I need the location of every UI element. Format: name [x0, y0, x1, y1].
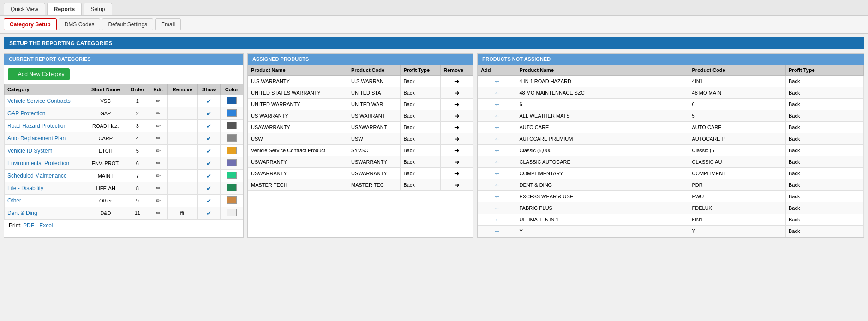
show-cell[interactable] — [198, 95, 221, 107]
tab-quick-view[interactable]: Quick View — [4, 3, 45, 15]
arrow-right-icon[interactable] — [454, 136, 460, 143]
category-link[interactable]: Auto Replacement Plan — [7, 135, 66, 142]
add-arrow-cell[interactable] — [478, 99, 516, 110]
edit-cell[interactable] — [149, 132, 168, 145]
show-cell[interactable] — [198, 107, 221, 120]
pencil-icon[interactable] — [156, 148, 161, 154]
add-arrow-cell[interactable] — [478, 133, 516, 145]
color-cell[interactable] — [221, 132, 243, 145]
remove-arrow-cell[interactable] — [441, 156, 473, 168]
remove-arrow-cell[interactable] — [441, 179, 473, 191]
show-cell[interactable] — [198, 145, 221, 157]
add-arrow-cell[interactable] — [478, 76, 516, 87]
arrow-right-icon[interactable] — [454, 159, 460, 166]
show-cell[interactable] — [198, 132, 221, 145]
show-cell[interactable] — [198, 207, 221, 220]
color-cell[interactable] — [221, 120, 243, 132]
category-link[interactable]: GAP Protection — [7, 110, 46, 117]
category-link[interactable]: Vehicle Service Contracts — [7, 98, 71, 104]
color-swatch[interactable] — [227, 159, 237, 166]
arrow-left-icon[interactable] — [494, 78, 500, 85]
subtab-dms-codes[interactable]: DMS Codes — [59, 18, 101, 30]
arrow-right-icon[interactable] — [454, 101, 460, 108]
remove-cell[interactable] — [168, 207, 198, 220]
pdf-link[interactable]: PDF — [23, 222, 34, 229]
category-link[interactable]: Environmental Protection — [7, 160, 69, 166]
arrow-right-icon[interactable] — [454, 182, 460, 189]
edit-cell[interactable] — [149, 207, 168, 220]
color-cell[interactable] — [221, 95, 243, 107]
remove-arrow-cell[interactable] — [441, 99, 473, 110]
remove-arrow-cell[interactable] — [441, 76, 473, 87]
edit-cell[interactable] — [149, 107, 168, 120]
edit-cell[interactable] — [149, 95, 168, 107]
pencil-icon[interactable] — [156, 197, 161, 204]
pencil-icon[interactable] — [156, 98, 161, 104]
arrow-left-icon[interactable] — [494, 194, 500, 200]
arrow-left-icon[interactable] — [494, 228, 500, 235]
remove-arrow-cell[interactable] — [441, 87, 473, 99]
add-arrow-cell[interactable] — [478, 191, 516, 202]
edit-cell[interactable] — [149, 145, 168, 157]
pencil-icon[interactable] — [156, 110, 161, 117]
color-cell[interactable] — [221, 182, 243, 195]
arrow-left-icon[interactable] — [494, 125, 500, 131]
category-link[interactable]: Other — [7, 197, 21, 204]
color-cell[interactable] — [221, 145, 243, 157]
add-arrow-cell[interactable] — [478, 226, 516, 237]
subtab-default-settings[interactable]: Default Settings — [102, 18, 153, 30]
color-swatch[interactable] — [227, 184, 237, 191]
add-arrow-cell[interactable] — [478, 122, 516, 133]
color-swatch[interactable] — [227, 109, 237, 117]
pencil-icon[interactable] — [156, 185, 161, 191]
add-arrow-cell[interactable] — [478, 168, 516, 179]
add-arrow-cell[interactable] — [478, 87, 516, 99]
arrow-right-icon[interactable] — [454, 113, 460, 119]
arrow-left-icon[interactable] — [494, 90, 500, 96]
color-swatch[interactable] — [227, 147, 237, 154]
excel-link[interactable]: Excel — [39, 222, 53, 229]
remove-arrow-cell[interactable] — [441, 110, 473, 122]
edit-cell[interactable] — [149, 182, 168, 195]
add-arrow-cell[interactable] — [478, 110, 516, 122]
color-swatch[interactable] — [227, 196, 237, 204]
arrow-left-icon[interactable] — [494, 113, 500, 119]
add-new-category-button[interactable]: + Add New Category — [8, 68, 70, 80]
color-swatch[interactable] — [227, 134, 237, 142]
add-arrow-cell[interactable] — [478, 202, 516, 214]
color-swatch[interactable] — [227, 97, 237, 104]
tab-setup[interactable]: Setup — [84, 3, 112, 15]
color-cell[interactable] — [221, 157, 243, 170]
color-cell[interactable] — [221, 170, 243, 182]
category-link[interactable]: Scheduled Maintenance — [7, 172, 67, 179]
arrow-right-icon[interactable] — [454, 90, 460, 96]
show-cell[interactable] — [198, 157, 221, 170]
add-arrow-cell[interactable] — [478, 214, 516, 226]
arrow-right-icon[interactable] — [454, 148, 460, 154]
tab-reports[interactable]: Reports — [47, 3, 82, 15]
category-link[interactable]: Life - Disability — [7, 185, 43, 191]
add-arrow-cell[interactable] — [478, 156, 516, 168]
subtab-email[interactable]: Email — [155, 18, 181, 30]
add-arrow-cell[interactable] — [478, 179, 516, 191]
pencil-icon[interactable] — [156, 210, 161, 216]
arrow-left-icon[interactable] — [494, 101, 500, 108]
add-arrow-cell[interactable] — [478, 145, 516, 156]
show-cell[interactable] — [198, 195, 221, 207]
arrow-left-icon[interactable] — [494, 205, 500, 212]
color-swatch[interactable] — [227, 172, 237, 179]
arrow-left-icon[interactable] — [494, 217, 500, 223]
category-link[interactable]: Dent & Ding — [7, 210, 37, 216]
remove-arrow-cell[interactable] — [441, 133, 473, 145]
show-cell[interactable] — [198, 182, 221, 195]
show-cell[interactable] — [198, 170, 221, 182]
pencil-icon[interactable] — [156, 172, 161, 179]
color-cell[interactable] — [221, 207, 243, 220]
color-swatch[interactable] — [227, 122, 237, 129]
trash-icon[interactable] — [180, 210, 185, 216]
pencil-icon[interactable] — [156, 160, 161, 166]
edit-cell[interactable] — [149, 157, 168, 170]
color-cell[interactable] — [221, 195, 243, 207]
color-cell[interactable] — [221, 107, 243, 120]
category-link[interactable]: Vehicle ID System — [7, 148, 52, 154]
